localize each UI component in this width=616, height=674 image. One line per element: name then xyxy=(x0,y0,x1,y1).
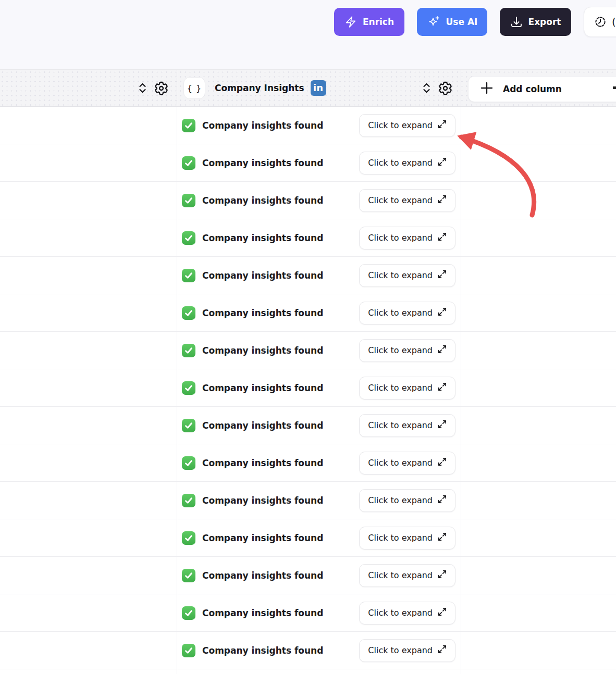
row-cell-add-column[interactable] xyxy=(461,332,616,369)
table-row: Company insights found Click to expand xyxy=(0,407,616,444)
row-cell-company-insights[interactable]: Company insights found Click to expand xyxy=(177,144,461,181)
diagonal-expand-arrows-icon xyxy=(438,345,447,356)
expand-button-label: Click to expand xyxy=(368,645,433,655)
add-column-button[interactable]: Add column xyxy=(468,76,616,102)
table-row: Company insights found Click to expand xyxy=(0,107,616,144)
row-cell-add-column[interactable] xyxy=(461,557,616,594)
row-status-text: Company insights found xyxy=(202,233,323,243)
row-cell-hidden-column[interactable] xyxy=(0,669,177,674)
row-cell-hidden-column[interactable] xyxy=(0,482,177,519)
row-status-text: Company insights found xyxy=(202,495,323,506)
row-cell-add-column[interactable] xyxy=(461,369,616,406)
row-cell-company-insights[interactable]: Company insights found Click to expand xyxy=(177,107,461,144)
use-ai-label: Use AI xyxy=(446,17,478,27)
table-row: Company insights found Click to expand xyxy=(0,557,616,594)
row-cell-add-column[interactable] xyxy=(461,257,616,294)
expand-button[interactable]: Click to expand xyxy=(359,489,455,512)
expand-button[interactable]: Click to expand xyxy=(359,302,455,324)
header-cell-add-column: Add column xyxy=(461,70,616,106)
row-cell-company-insights[interactable]: Company insights found Click to expand xyxy=(177,594,461,631)
row-cell-hidden-column[interactable] xyxy=(0,294,177,331)
expand-button[interactable]: Click to expand xyxy=(359,152,455,174)
row-cell-add-column[interactable] xyxy=(461,482,616,519)
table-row: Company insights found Click to expand xyxy=(0,182,616,219)
table-body: Company insights found Click to expand xyxy=(0,107,616,674)
expand-button[interactable]: Click to expand xyxy=(359,339,455,362)
green-check-icon xyxy=(182,231,195,245)
expand-button[interactable]: Click to expand xyxy=(359,227,455,249)
row-cell-add-column[interactable] xyxy=(461,407,616,444)
expand-button[interactable]: Click to expand xyxy=(359,414,455,437)
expand-button[interactable]: Click to expand xyxy=(359,602,455,625)
row-cell-add-column[interactable] xyxy=(461,444,616,481)
enrich-label: Enrich xyxy=(363,17,394,27)
row-cell-company-insights[interactable]: Company insights found Click to expand xyxy=(177,557,461,594)
row-cell-add-column[interactable] xyxy=(461,144,616,181)
row-cell-company-insights[interactable] xyxy=(177,669,461,674)
table-row: Company insights found Click to expand xyxy=(0,294,616,332)
linkedin-icon: in xyxy=(311,80,326,96)
row-cell-add-column[interactable] xyxy=(461,632,616,669)
expand-button[interactable]: Click to expand xyxy=(359,114,455,137)
gear-icon[interactable] xyxy=(153,80,169,96)
row-cell-hidden-column[interactable] xyxy=(0,107,177,144)
row-cell-company-insights[interactable]: Company insights found Click to expand xyxy=(177,332,461,369)
row-cell-hidden-column[interactable] xyxy=(0,219,177,256)
row-cell-company-insights[interactable]: Company insights found Click to expand xyxy=(177,219,461,256)
row-cell-hidden-column[interactable] xyxy=(0,144,177,181)
row-cell-hidden-column[interactable] xyxy=(0,557,177,594)
top-toolbar: Enrich Use AI Export xyxy=(0,0,616,69)
table-header-row: { } Company Insights in xyxy=(0,69,616,107)
row-cell-hidden-column[interactable] xyxy=(0,444,177,481)
row-cell-company-insights[interactable]: Company insights found Click to expand xyxy=(177,182,461,219)
row-cell-company-insights[interactable]: Company insights found Click to expand xyxy=(177,257,461,294)
table-row: Company insights found Click to expand xyxy=(0,219,616,257)
gear-icon[interactable] xyxy=(437,80,453,96)
row-cell-hidden-column[interactable] xyxy=(0,519,177,556)
row-cell-hidden-column[interactable] xyxy=(0,332,177,369)
history-button[interactable]: ( xyxy=(584,7,616,37)
sort-chevrons-icon[interactable] xyxy=(139,82,146,94)
row-cell-company-insights[interactable]: Company insights found Click to expand xyxy=(177,294,461,331)
cutoff-icon-fragment xyxy=(613,86,616,89)
row-cell-add-column[interactable] xyxy=(461,294,616,331)
row-cell-company-insights[interactable]: Company insights found Click to expand xyxy=(177,519,461,556)
row-status-text: Company insights found xyxy=(202,533,323,543)
sort-chevrons-icon[interactable] xyxy=(423,82,430,94)
use-ai-button[interactable]: Use AI xyxy=(417,8,487,36)
row-cell-hidden-column[interactable] xyxy=(0,257,177,294)
row-cell-company-insights[interactable]: Company insights found Click to expand xyxy=(177,369,461,406)
row-cell-hidden-column[interactable] xyxy=(0,407,177,444)
row-cell-hidden-column[interactable] xyxy=(0,182,177,219)
download-tray-icon xyxy=(510,16,523,28)
expand-button-label: Click to expand xyxy=(368,420,433,430)
expand-button[interactable]: Click to expand xyxy=(359,639,455,662)
row-cell-add-column[interactable] xyxy=(461,519,616,556)
green-check-icon xyxy=(182,569,195,582)
expand-button[interactable]: Click to expand xyxy=(359,189,455,212)
row-cell-hidden-column[interactable] xyxy=(0,632,177,669)
row-cell-company-insights[interactable]: Company insights found Click to expand xyxy=(177,482,461,519)
row-cell-add-column[interactable] xyxy=(461,107,616,144)
row-cell-hidden-column[interactable] xyxy=(0,594,177,631)
enrich-button[interactable]: Enrich xyxy=(334,8,404,36)
table-row: Company insights found Click to expand xyxy=(0,332,616,369)
row-cell-company-insights[interactable]: Company insights found Click to expand xyxy=(177,632,461,669)
row-cell-add-column[interactable] xyxy=(461,669,616,674)
expand-button[interactable]: Click to expand xyxy=(359,564,455,587)
row-cell-add-column[interactable] xyxy=(461,594,616,631)
diagonal-expand-arrows-icon xyxy=(438,457,447,468)
expand-button[interactable]: Click to expand xyxy=(359,377,455,400)
export-button[interactable]: Export xyxy=(500,8,571,36)
expand-button[interactable]: Click to expand xyxy=(359,452,455,475)
row-cell-hidden-column[interactable] xyxy=(0,369,177,406)
row-cell-add-column[interactable] xyxy=(461,182,616,219)
row-cell-company-insights[interactable]: Company insights found Click to expand xyxy=(177,444,461,481)
expand-button[interactable]: Click to expand xyxy=(359,527,455,550)
row-cell-add-column[interactable] xyxy=(461,219,616,256)
column-title: Company Insights xyxy=(215,83,304,93)
expand-button[interactable]: Click to expand xyxy=(359,264,455,287)
expand-button-label: Click to expand xyxy=(368,533,433,543)
diagonal-expand-arrows-icon xyxy=(438,120,447,131)
row-cell-company-insights[interactable]: Company insights found Click to expand xyxy=(177,407,461,444)
